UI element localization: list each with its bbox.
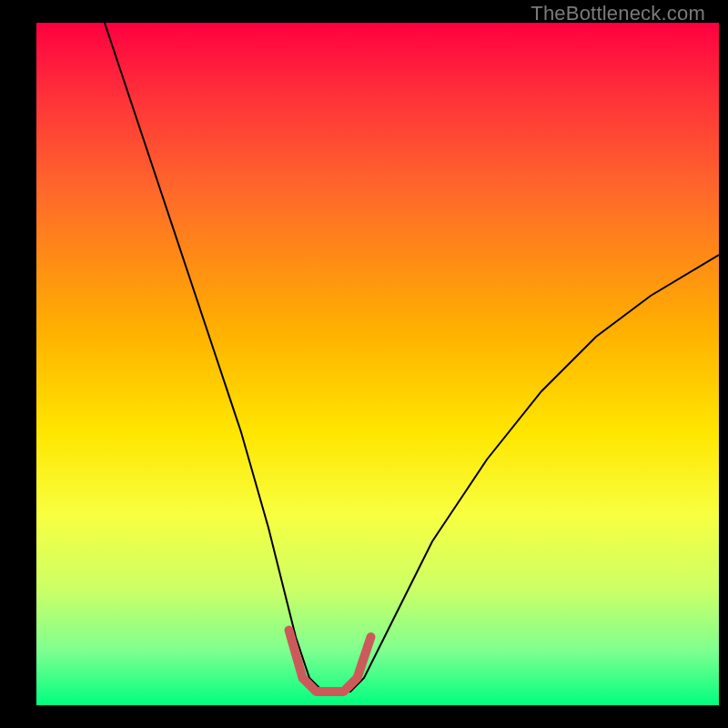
chart-frame: TheBottleneck.com — [14, 0, 714, 714]
bottleneck-chart — [36, 23, 719, 705]
watermark-text: TheBottleneck.com — [531, 2, 705, 25]
bottleneck-curve — [105, 23, 719, 692]
optimal-zone-highlight — [289, 631, 371, 693]
